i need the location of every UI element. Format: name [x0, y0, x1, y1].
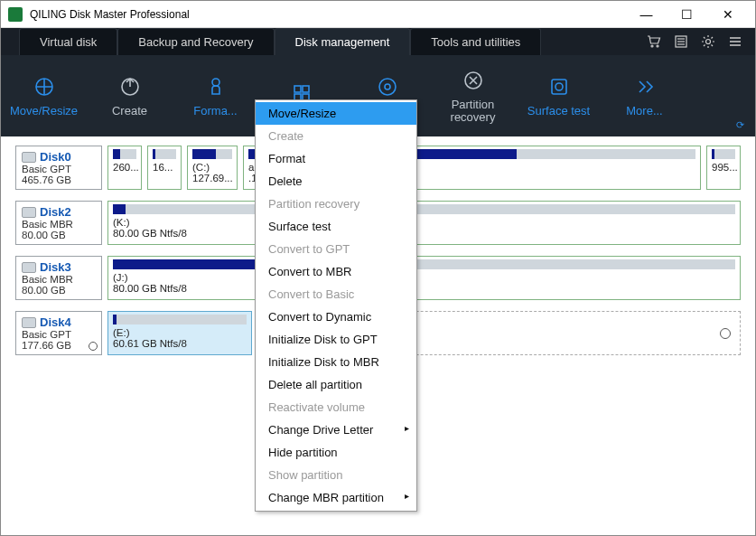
toolbar-label: Create [112, 105, 147, 118]
partition-strip: (K:)80.00 GB Ntfs/8 [107, 201, 741, 245]
drive-letter: (K:) [113, 217, 735, 228]
disk-size: 80.00 GB [22, 230, 96, 240]
svg-point-18 [385, 84, 390, 89]
disk-size: 177.66 GB [22, 340, 96, 351]
toolbar-more[interactable]: More... [602, 74, 687, 118]
toolbar-label: Move/Resize [10, 105, 78, 118]
status-circle-icon [720, 328, 731, 339]
close-button[interactable]: ✕ [707, 2, 748, 27]
disk-info[interactable]: Disk0Basic GPT465.76 GB [15, 146, 102, 190]
toolbar-label: Partitionrecovery [451, 99, 496, 125]
toolbar-move-resize[interactable]: Move/Resize [1, 74, 87, 118]
toolbar-partition-recovery[interactable]: Partitionrecovery [430, 68, 516, 125]
usage-bar [113, 259, 735, 269]
tab-backup-recovery[interactable]: Backup and Recovery [117, 28, 274, 55]
context-menu-item: Convert to Basic [256, 283, 416, 306]
app-icon [8, 7, 23, 22]
svg-rect-20 [552, 80, 566, 94]
toolbar-create[interactable]: Create [87, 74, 173, 118]
partition-size: 80.00 GB Ntfs/8 [113, 228, 735, 239]
list-icon[interactable] [674, 34, 688, 49]
refresh-icon[interactable]: ⟳ [736, 119, 744, 131]
window-controls: — ☐ ✕ [626, 2, 748, 27]
context-menu-item: Convert to GPT [256, 238, 416, 260]
partition-size: 127.69... [192, 173, 232, 183]
disk-type: Basic GPT [22, 329, 96, 340]
disk-info[interactable]: Disk3Basic MBR80.00 GB [15, 256, 102, 300]
partition-size: 60.61 GB Ntfs/8 [113, 338, 247, 349]
disk-name: Disk0 [22, 150, 96, 164]
toolbar-surface-test[interactable]: Surface test [516, 74, 602, 118]
partition[interactable]: (C:)127.69... [187, 146, 238, 190]
context-menu-item[interactable]: Move/Resize [256, 102, 416, 125]
partition-size: 16... [153, 162, 176, 173]
partition-recovery-icon [461, 68, 486, 93]
hdd-icon [22, 207, 36, 218]
drive-letter: (E:) [113, 327, 247, 338]
create-icon [117, 74, 143, 99]
toolbar-format[interactable]: Forma... [173, 74, 258, 118]
disk-type: Basic MBR [22, 219, 96, 230]
partition[interactable]: (K:)80.00 GB Ntfs/8 [107, 201, 741, 245]
tabs-row: Virtual disk Backup and Recovery Disk ma… [1, 28, 755, 55]
context-menu-item[interactable]: Surface test [256, 215, 416, 238]
svg-point-6 [706, 40, 711, 44]
context-menu-item[interactable]: Hide partition [256, 441, 416, 464]
gear-icon[interactable] [701, 34, 715, 49]
window-title: QILING Disk Master Professional [30, 8, 626, 21]
partition-size: 260... [113, 162, 136, 173]
hdd-icon [22, 262, 36, 273]
partition-size: 80.00 GB Ntfs/8 [113, 283, 735, 294]
context-menu-item[interactable]: Initialize Disk to GPT [256, 328, 416, 351]
context-menu-item[interactable]: Convert to MBR [256, 260, 416, 283]
svg-point-21 [555, 83, 563, 90]
partition-strip: (E:)60.61 GB Ntfs/8allocated [107, 311, 741, 355]
cart-icon[interactable] [647, 34, 661, 49]
usage-bar [712, 149, 735, 159]
minimize-button[interactable]: — [626, 2, 667, 27]
context-menu-item: Show partition [256, 464, 416, 486]
partition[interactable]: 16... [147, 146, 182, 190]
toolbar-label: Forma... [193, 105, 237, 118]
context-menu-item[interactable]: Delete all partition [256, 373, 416, 396]
usage-bar [113, 204, 735, 214]
hdd-icon [22, 317, 36, 328]
context-menu-item[interactable]: Change MBR partition [256, 486, 416, 509]
titlebar: QILING Disk Master Professional — ☐ ✕ [1, 1, 755, 28]
usage-bar [192, 149, 232, 159]
svg-rect-14 [303, 86, 309, 92]
tab-tools-utilities[interactable]: Tools and utilities [410, 28, 541, 55]
disk-type: Basic GPT [22, 164, 96, 174]
partition[interactable]: 995... [706, 146, 741, 190]
usage-bar [113, 315, 247, 324]
context-menu-item[interactable]: Convert to Dynamic [256, 306, 416, 328]
partition[interactable]: 260... [107, 146, 142, 190]
context-menu-item[interactable]: Change Drive Letter [256, 418, 416, 441]
svg-point-12 [212, 79, 219, 86]
move-resize-icon [32, 74, 57, 99]
disk-info[interactable]: Disk4Basic GPT177.66 GB [15, 311, 102, 355]
usage-bar [153, 149, 176, 159]
svg-point-0 [651, 45, 653, 47]
svg-point-1 [657, 45, 658, 47]
tab-virtual-disk[interactable]: Virtual disk [19, 28, 117, 55]
context-menu-item[interactable]: Initialize Disk to MBR [256, 351, 416, 373]
maximize-button[interactable]: ☐ [667, 2, 707, 27]
partition[interactable]: (J:)80.00 GB Ntfs/8 [107, 256, 741, 300]
disk-name: Disk3 [22, 260, 96, 274]
partition[interactable]: (E:)60.61 GB Ntfs/8 [107, 311, 252, 355]
menu-icon[interactable] [728, 34, 742, 49]
more-icon [632, 74, 658, 99]
partition-strip: (J:)80.00 GB Ntfs/8 [107, 256, 741, 300]
tab-disk-management[interactable]: Disk management [275, 28, 411, 55]
status-circle-icon [89, 342, 98, 351]
wipe-icon [375, 74, 400, 99]
usage-bar [113, 149, 136, 159]
surface-test-icon [546, 74, 572, 99]
context-menu-item[interactable]: Delete [256, 170, 416, 193]
toolbar-label: Surface test [527, 105, 590, 118]
disk-size: 80.00 GB [22, 285, 96, 296]
disk-info[interactable]: Disk2Basic MBR80.00 GB [15, 201, 102, 245]
drive-letter: (C:) [192, 162, 232, 173]
context-menu-item[interactable]: Format [256, 147, 416, 170]
